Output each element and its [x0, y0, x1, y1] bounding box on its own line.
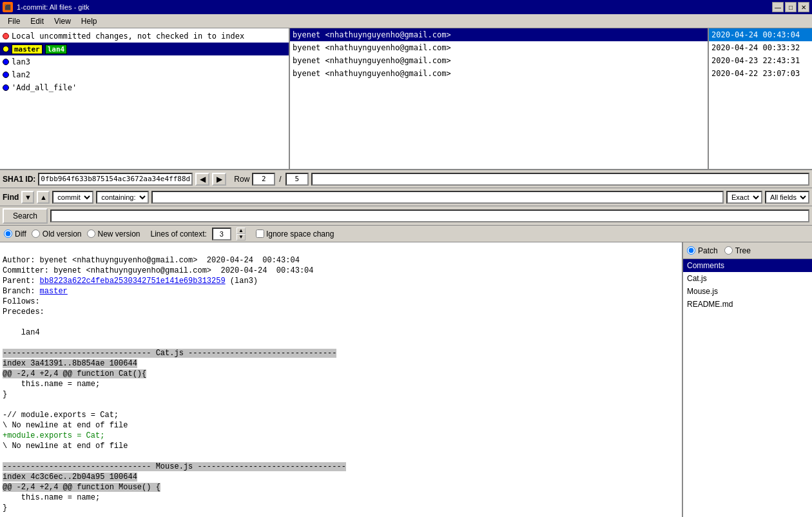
titlebar-controls[interactable]: — □ ✕ — [772, 2, 809, 12]
commit-label-lan3: lan3 — [12, 57, 30, 66]
next-arrow-button[interactable]: ▶ — [212, 173, 226, 186]
window-title: 1-commit: All files - gitk — [17, 3, 89, 11]
find-text-input[interactable] — [151, 191, 724, 204]
spin-down[interactable]: ▼ — [237, 234, 246, 240]
commit-row-lan2[interactable]: lan2 — [0, 68, 289, 81]
commit-row-add-all[interactable]: 'Add_all_file' — [0, 81, 289, 94]
maximize-button[interactable]: □ — [785, 2, 797, 12]
diff-separator-cat: -------------------------------- Cat.js … — [3, 349, 336, 358]
new-version-radio[interactable] — [87, 229, 95, 238]
diff-content: Author: byenet <nhathuynguyenho@gmail.co… — [0, 242, 682, 517]
author-row-0[interactable]: byenet <nhathuynguyenho@gmail.com> — [290, 28, 708, 41]
diff-code-cat-no-newline-2: \ No newline at end of file — [3, 442, 128, 451]
row-label: Row — [234, 175, 249, 184]
dot-blue-lan3 — [3, 59, 9, 65]
date-panel: 2020-04-24 00:43:04 2020-04-24 00:33:32 … — [709, 28, 812, 169]
titlebar: ⬛ 1-commit: All files - gitk — □ ✕ — [0, 0, 812, 14]
menu-edit[interactable]: Edit — [25, 15, 49, 27]
date-value-3: 2020-04-22 23:07:03 — [711, 69, 800, 78]
commit-row-lan3[interactable]: lan3 — [0, 55, 289, 68]
close-button[interactable]: ✕ — [798, 2, 809, 12]
commit-row-lan4[interactable]: master lan4 — [0, 43, 289, 55]
file-name-readme: README.md — [687, 300, 733, 309]
context-spinner[interactable]: ▲ ▼ — [237, 228, 246, 240]
right-panel: Patch Tree Comments Cat.js Mouse.js — [683, 242, 812, 517]
sha-label: SHA1 ID: — [3, 175, 35, 184]
author-email-0: byenet <nhathuynguyenho@gmail.com> — [293, 30, 451, 39]
allfields-dropdown[interactable]: All fields — [765, 191, 809, 204]
diff-hunk-mouse: @@ -2,4 +2,4 @@ function Mouse() { — [3, 483, 160, 492]
tree-radio[interactable] — [724, 246, 733, 255]
row-total: 5 — [285, 173, 309, 186]
top-section: Local uncommitted changes, not checked i… — [0, 28, 812, 170]
find-down-button[interactable]: ▼ — [21, 191, 34, 204]
author-row-1[interactable]: byenet <nhathuynguyenho@gmail.com> — [290, 41, 708, 54]
app-icon: ⬛ — [3, 2, 13, 12]
parent-link[interactable]: bb8223a622c4feba2530342751e141e69b313259 — [40, 277, 226, 286]
file-name-mousejs: Mouse.js — [687, 287, 718, 296]
diff-code-cat-remove: -// module.exports = Cat; — [3, 411, 119, 420]
diff-index-cat: index 3a41391..8b854ae 100644 — [3, 359, 137, 368]
tree-label: Tree — [735, 246, 751, 255]
search-button[interactable]: Search — [3, 208, 48, 224]
file-item-readme[interactable]: README.md — [683, 298, 812, 311]
dot-blue-add — [3, 84, 9, 91]
date-row-2[interactable]: 2020-04-23 22:43:31 — [709, 54, 812, 67]
diff-radio[interactable] — [4, 229, 12, 238]
patch-radio-group: Patch — [687, 246, 718, 255]
sha-right-area[interactable] — [311, 173, 809, 186]
search-bar: Search — [0, 206, 812, 226]
context-input[interactable] — [212, 228, 231, 240]
new-version-radio-group: New version — [87, 229, 140, 239]
file-item-comments[interactable]: Comments — [683, 259, 812, 272]
date-row-1[interactable]: 2020-04-24 00:33:32 — [709, 41, 812, 54]
diff-branch-line: Branch: master — [3, 287, 68, 296]
diff-author-line: Author: byenet <nhathuynguyenho@gmail.co… — [3, 256, 300, 265]
author-row-3[interactable]: byenet <nhathuynguyenho@gmail.com> — [290, 67, 708, 80]
diff-radio-group: Diff — [4, 229, 26, 239]
diff-code-cat-1: this.name = name; — [3, 380, 100, 389]
find-containing-dropdown[interactable]: containing: — [96, 191, 149, 204]
patch-radio[interactable] — [687, 246, 695, 255]
find-up-button[interactable]: ▲ — [37, 191, 50, 204]
date-row-3[interactable]: 2020-04-22 23:07:03 — [709, 67, 812, 80]
row-input[interactable] — [252, 173, 275, 186]
ignore-space-checkbox[interactable] — [256, 229, 264, 238]
old-version-label: Old version — [43, 229, 82, 239]
exact-dropdown[interactable]: Exact — [726, 191, 762, 204]
file-item-mousejs[interactable]: Mouse.js — [683, 285, 812, 298]
author-row-2[interactable]: byenet <nhathuynguyenho@gmail.com> — [290, 54, 708, 67]
dot-yellow — [3, 46, 9, 52]
old-version-radio-group: Old version — [32, 229, 82, 239]
find-commit-dropdown[interactable]: commit — [52, 191, 93, 204]
main-container: Local uncommitted changes, not checked i… — [0, 28, 812, 517]
spin-up[interactable]: ▲ — [237, 228, 246, 234]
author-panel: byenet <nhathuynguyenho@gmail.com> byene… — [290, 28, 709, 169]
author-email-1: byenet <nhathuynguyenho@gmail.com> — [293, 43, 451, 52]
diff-commit-msg: lan4 — [3, 328, 40, 337]
tag-lan4: lan4 — [45, 44, 68, 54]
diff-parent-line: Parent: bb8223a622c4feba2530342751e141e6… — [3, 277, 258, 286]
commit-label-add-all: 'Add_all_file' — [12, 83, 77, 92]
sha-input[interactable] — [38, 173, 193, 186]
file-item-catjs[interactable]: Cat.js — [683, 272, 812, 285]
menu-help[interactable]: Help — [76, 15, 102, 27]
menu-file[interactable]: File — [3, 15, 25, 27]
date-value-1: 2020-04-24 00:33:32 — [711, 43, 800, 52]
date-row-0[interactable]: 2020-04-24 00:43:04 — [709, 28, 812, 41]
branch-link[interactable]: master — [40, 287, 68, 296]
menu-view[interactable]: View — [49, 15, 76, 27]
find-label: Find — [3, 193, 19, 202]
old-version-radio[interactable] — [32, 229, 40, 238]
prev-arrow-button[interactable]: ◀ — [195, 173, 209, 186]
patch-label: Patch — [698, 246, 718, 255]
minimize-button[interactable]: — — [772, 2, 784, 12]
tag-master: master — [12, 44, 43, 54]
context-label: Lines of context: — [151, 229, 207, 239]
diff-code-mouse-2: } — [3, 503, 7, 512]
commit-label-local: Local uncommitted changes, not checked i… — [12, 32, 244, 41]
diff-label: Diff — [15, 229, 26, 239]
dot-blue-lan2 — [3, 72, 9, 78]
diff-follows-line: Follows: — [3, 297, 40, 306]
commit-row-local[interactable]: Local uncommitted changes, not checked i… — [0, 30, 289, 43]
